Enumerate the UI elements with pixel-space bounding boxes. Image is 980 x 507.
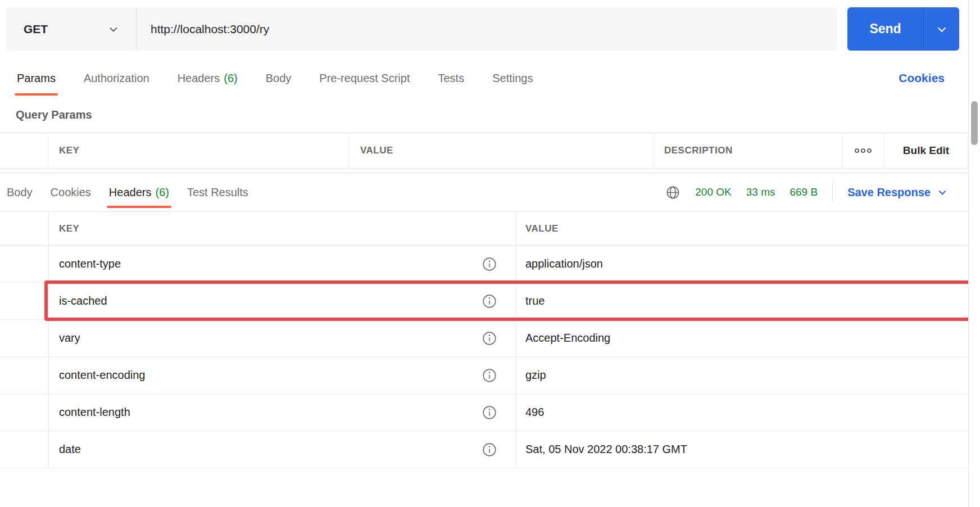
response-toolbar: Body Cookies Headers (6) Test Results 20…	[0, 173, 968, 212]
header-value: 496	[525, 406, 544, 419]
chevron-down-icon	[934, 22, 949, 37]
response-headers-table: KEY VALUE content-type application/json …	[0, 212, 968, 468]
table-row: content-encoding gzip	[0, 357, 968, 394]
query-params-table: KEY VALUE DESCRIPTION Bulk Edit	[0, 133, 968, 169]
header-value: Sat, 05 Nov 2022 00:38:17 GMT	[525, 443, 687, 456]
header-value: gzip	[525, 369, 546, 382]
response-status-bar: 200 OK 33 ms 669 B Save Response	[665, 173, 949, 211]
info-icon[interactable]	[482, 257, 497, 271]
globe-icon[interactable]	[665, 185, 680, 200]
cookies-link[interactable]: Cookies	[899, 61, 945, 96]
table-row-highlighted: is-cached true	[0, 283, 968, 320]
tab-headers[interactable]: Headers (6)	[178, 61, 238, 96]
tab-body[interactable]: Body	[266, 61, 292, 96]
save-response-button[interactable]: Save Response	[847, 186, 949, 199]
query-col-key: KEY	[48, 133, 350, 168]
query-params-title: Query Params	[16, 108, 92, 121]
table-row: vary Accept-Encoding	[0, 320, 968, 357]
header-key: content-encoding	[59, 369, 482, 382]
header-key: vary	[59, 332, 482, 345]
header-value: application/json	[525, 257, 603, 270]
chevron-down-icon	[107, 22, 120, 36]
status-size: 669 B	[790, 186, 818, 198]
tab-settings[interactable]: Settings	[492, 61, 533, 96]
table-row: date Sat, 05 Nov 2022 00:38:17 GMT	[0, 431, 968, 468]
method-select[interactable]: GET	[6, 7, 137, 51]
table-row: content-type application/json	[0, 246, 968, 283]
tab-authorization[interactable]: Authorization	[84, 61, 149, 96]
tab-tests[interactable]: Tests	[438, 61, 464, 96]
url-input[interactable]	[137, 7, 837, 51]
response-tab-cookies[interactable]: Cookies	[51, 173, 91, 211]
response-col-value: VALUE	[516, 223, 968, 234]
response-table-header: KEY VALUE	[0, 212, 968, 246]
header-key: content-length	[59, 406, 482, 419]
method-label: GET	[24, 22, 48, 36]
query-col-value: VALUE	[350, 133, 654, 168]
response-headers-count-badge: (6)	[155, 186, 169, 199]
send-options-button[interactable]	[923, 7, 959, 51]
info-icon[interactable]	[482, 405, 497, 420]
status-time: 33 ms	[746, 186, 775, 198]
bulk-edit-button[interactable]: Bulk Edit	[884, 133, 968, 168]
chevron-down-icon	[936, 186, 949, 198]
scrollbar-thumb[interactable]	[971, 101, 978, 145]
send-split-button: Send	[847, 7, 959, 51]
info-icon[interactable]	[482, 368, 497, 383]
tab-params[interactable]: Params	[17, 61, 56, 96]
headers-count-badge: (6)	[224, 72, 237, 85]
url-bar: GET	[6, 7, 837, 51]
query-col-description: DESCRIPTION	[654, 133, 842, 168]
row-gutter	[0, 133, 48, 168]
info-icon[interactable]	[482, 331, 497, 346]
response-col-key: KEY	[48, 223, 516, 234]
info-icon[interactable]	[482, 294, 497, 309]
header-value: true	[525, 295, 545, 307]
divider	[832, 182, 833, 202]
more-options-button[interactable]	[842, 133, 884, 168]
header-key: is-cached	[59, 295, 482, 307]
table-row: content-length 496	[0, 394, 968, 431]
scrollbar-track[interactable]	[968, 0, 980, 507]
header-key: date	[59, 443, 482, 456]
response-tab-body[interactable]: Body	[7, 173, 33, 211]
more-options-icon	[854, 147, 873, 155]
send-button[interactable]: Send	[847, 7, 923, 51]
status-code: 200 OK	[695, 186, 731, 198]
response-tab-headers[interactable]: Headers (6)	[109, 173, 169, 211]
request-tabs: Params Authorization Headers (6) Body Pr…	[0, 61, 968, 96]
tab-pre-request-script[interactable]: Pre-request Script	[319, 61, 410, 96]
header-value: Accept-Encoding	[525, 332, 610, 345]
info-icon[interactable]	[482, 442, 497, 457]
header-key: content-type	[59, 257, 482, 270]
response-tab-test-results[interactable]: Test Results	[187, 173, 248, 211]
